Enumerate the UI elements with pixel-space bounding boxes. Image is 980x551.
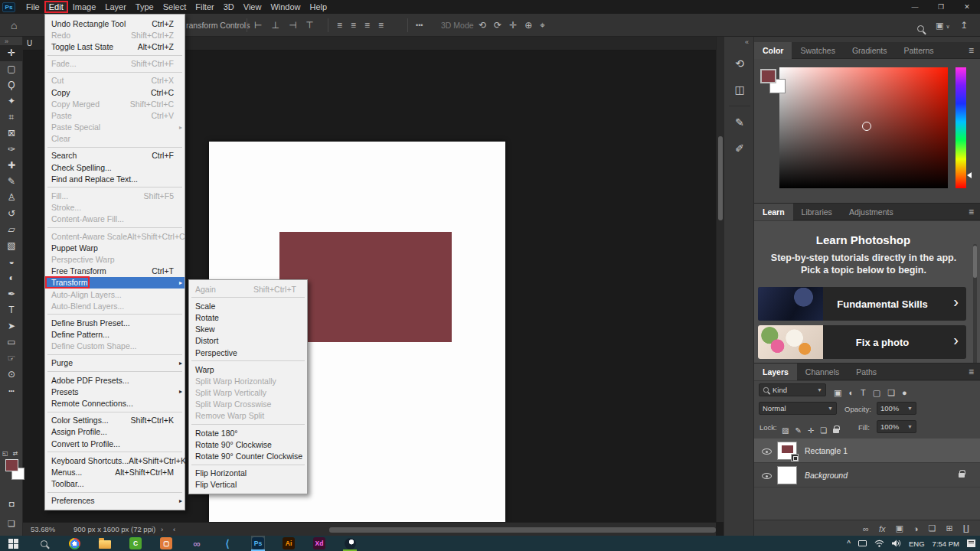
edit-menu-item-define-pattern[interactable]: Define Pattern... [45,329,185,341]
filter-pin-icon[interactable]: ● [902,388,907,397]
transform-submenu-item-split-warp-vertically[interactable]: Split Warp Vertically [189,387,307,399]
edit-menu-item-find-and-replace-text[interactable]: Find and Replace Text... [45,173,185,184]
edit-menu-item-copy[interactable]: CopyCtrl+C [45,86,185,98]
eyedropper-tool[interactable]: ✑ [0,142,23,158]
edit-menu-item-convert-to-profile[interactable]: Convert to Profile... [45,438,185,449]
transform-submenu-item-remove-warp-split[interactable]: Remove Warp Split [189,410,307,422]
hue-slider[interactable] [956,67,966,188]
rectangular-marquee-tool[interactable]: ▢ [0,61,23,77]
tab-color[interactable]: Color [754,42,792,59]
delete-layer-icon[interactable]: ∐ [963,523,969,533]
menubar-item-edit[interactable]: Edit [44,1,68,13]
rectangle-tool[interactable]: ▭ [0,334,23,350]
edit-menu-item-keyboard-shortcuts[interactable]: Keyboard Shortcuts...Alt+Shift+Ctrl+K [45,455,185,466]
layer-row-rectangle-1[interactable]: Rectangle 1 [754,439,980,463]
dodge-tool[interactable]: ◐ [0,270,23,286]
workspace-switcher-icon[interactable]: ▣ ∨ [936,14,950,38]
distribute-left-edges-icon[interactable]: ≡ [378,14,384,37]
properties-panel-icon[interactable]: ◫ [724,77,755,103]
quick-selection-tool[interactable]: ✦ [0,93,23,109]
tab-libraries[interactable]: Libraries [793,204,841,220]
layer-thumbnail[interactable] [777,466,797,484]
layer-thumbnail[interactable] [777,442,797,460]
visibility-eye-icon[interactable] [762,468,777,482]
lock-artboard-icon[interactable]: ❏ [820,426,827,435]
transform-submenu-item-flip-vertical[interactable]: Flip Vertical [189,479,307,491]
align-left-edges-icon[interactable]: ⊢ [254,14,262,37]
history-panel-icon[interactable]: ⟲ [724,51,755,77]
edit-menu-item-fade[interactable]: Fade...Shift+Ctrl+F [45,58,185,70]
transform-submenu-item-perspective[interactable]: Perspective [189,347,307,358]
edit-menu-item-search[interactable]: SearchCtrl+F [45,150,185,161]
distribute-vertical-centers-icon[interactable]: ≡ [351,14,356,37]
edit-menu-item-purge[interactable]: Purge▸ [45,357,185,369]
edit-menu-item-perspective-warp[interactable]: Perspective Warp [45,253,185,265]
transform-submenu-item-scale[interactable]: Scale [189,300,307,311]
edit-menu-item-toolbar[interactable]: Toolbar... [45,478,185,490]
screen-mode-icon[interactable]: ❏ [0,519,23,529]
tab-channels[interactable]: Channels [797,364,848,380]
transform-submenu-item-skew[interactable]: Skew [189,324,307,335]
align-vertical-centers-icon[interactable]: ⊥ [271,14,279,37]
transform-submenu-item-rotate-90-clockwise[interactable]: Rotate 90° Clockwise [189,439,307,450]
zoom-level[interactable]: 53.68% [31,523,55,536]
color-field[interactable] [779,67,948,188]
toolbar-expand-icon[interactable]: » [5,37,8,45]
menubar-item-image[interactable]: Image [68,2,101,12]
edit-menu-item-define-custom-shape[interactable]: Define Custom Shape... [45,341,185,352]
layers-panel-menu-icon[interactable]: ≡ [969,367,974,377]
file-explorer-icon[interactable] [98,536,112,551]
close-button[interactable]: ✕ [954,0,980,14]
show-transform-controls-label[interactable]: ransform Controls [186,14,250,37]
home-icon[interactable]: ⌂ [11,14,17,37]
lock-transparent-pixels-icon[interactable]: ▨ [782,426,789,435]
transform-submenu-item-again[interactable]: AgainShift+Ctrl+T [189,283,307,295]
edit-menu-item-content-aware-fill[interactable]: Content-Aware Fill... [45,214,185,225]
distribute-bottom-edges-icon[interactable]: ≡ [364,14,370,37]
visibility-eye-icon[interactable] [762,444,777,458]
lock-position-icon[interactable]: ✛ [808,426,814,435]
tab-layers[interactable]: Layers [754,364,797,380]
vscode-icon[interactable]: ⟨ [220,536,234,551]
edit-menu-item-paste-special[interactable]: Paste Special▸ [45,122,185,133]
learn-scrollbar[interactable] [973,244,977,367]
3d-orbit-icon[interactable]: ⟲ [479,14,486,37]
lasso-tool[interactable]: Ϙ [0,77,23,93]
canvas-vertical-scrollbar[interactable] [716,37,724,522]
layer-group-icon[interactable]: ❏ [929,523,936,533]
transform-submenu-item-split-warp-crosswise[interactable]: Split Warp Crosswise [189,399,307,410]
clone-stamp-tool[interactable]: ♙ [0,190,23,206]
restore-button[interactable]: ❐ [928,0,954,14]
transform-submenu-item-rotate[interactable]: Rotate [189,311,307,323]
expand-panels-icon[interactable]: « [745,38,749,46]
filter-pixel-layers-icon[interactable]: ▣ [834,388,841,397]
menubar-item-3d[interactable]: 3D [219,2,239,12]
edit-menu-item-preferences[interactable]: Preferences▸ [45,495,185,507]
crop-tool[interactable]: ⌗ [0,109,23,126]
edit-menu-item-free-transform[interactable]: Free TransformCtrl+T [45,266,185,277]
path-selection-tool[interactable]: ➤ [0,318,23,334]
transform-submenu-item-flip-horizontal[interactable]: Flip Horizontal [189,468,307,479]
menubar-item-type[interactable]: Type [131,2,158,12]
filter-shape-layers-icon[interactable]: ▢ [873,388,880,397]
edit-menu-item-define-brush-preset[interactable]: Define Brush Preset... [45,317,185,328]
learn-card-fundamental-skills[interactable]: Fundamental Skills› [758,287,966,321]
wifi-icon[interactable] [874,540,884,547]
hand-tool[interactable]: ☞ [0,350,23,367]
move-tool[interactable]: ✛ [0,45,23,61]
menubar-item-help[interactable]: Help [305,2,332,12]
edit-menu-item-remote-connections[interactable]: Remote Connections... [45,397,185,409]
taskbar-search-icon[interactable] [37,536,51,551]
filter-smart-objects-icon[interactable]: ❏ [887,388,895,397]
visual-studio-icon[interactable]: ∞ [190,536,204,551]
status-next-icon[interactable]: › [161,523,163,536]
document-tab[interactable]: U [27,39,32,47]
transform-submenu-item-rotate-90-counter-clockwise[interactable]: Rotate 90° Counter Clockwise [189,450,307,461]
brush-settings-panel-icon[interactable]: ✎ [724,109,755,135]
edit-menu-item-redo[interactable]: RedoShift+Ctrl+Z [45,29,185,41]
lock-image-pixels-icon[interactable]: ✎ [795,426,801,435]
edit-menu-item-transform[interactable]: Transform▸ [45,277,185,289]
photoshop-taskbar-icon[interactable]: Ps [251,536,265,551]
3d-pan-icon[interactable]: ✛ [509,14,517,37]
edit-menu-item-paste[interactable]: PasteCtrl+V [45,109,185,121]
